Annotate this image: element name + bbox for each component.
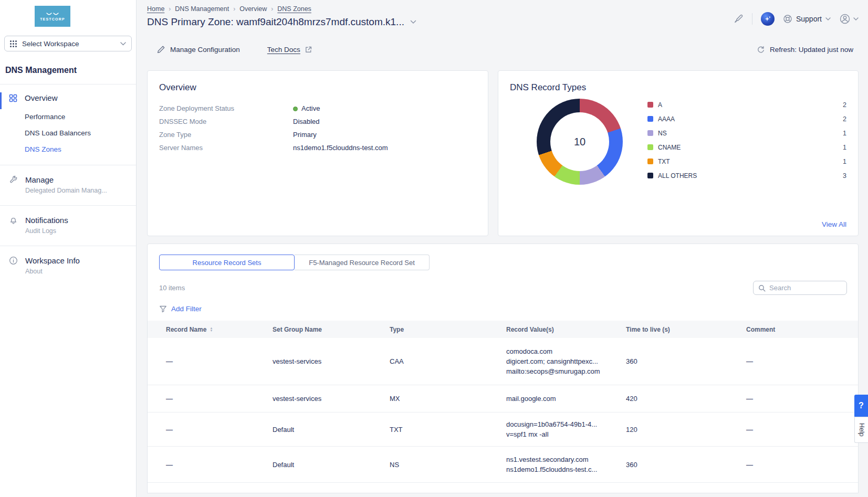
- items-count: 10 items: [159, 284, 185, 292]
- field-label: Server Names: [159, 143, 293, 153]
- breadcrumb-separator: ›: [233, 5, 235, 13]
- sidebar-item-workspace-info[interactable]: Workspace InfoAbout: [0, 256, 136, 275]
- sidebar-group-workspace-info: Workspace InfoAbout: [0, 246, 136, 284]
- breadcrumb-item-dns-zones[interactable]: DNS Zones: [277, 5, 311, 13]
- column-header-record-value-s-: Record Value(s): [506, 326, 626, 333]
- table-header: Record Name▲▼Set Group NameTypeRecord Va…: [148, 321, 858, 338]
- sidebar-item-notifications[interactable]: NotificationsAudit Logs: [0, 216, 136, 235]
- refresh-label: Refresh: Updated just now: [770, 46, 853, 54]
- record-value-line: docusign=1b0a6754-49b1-4...: [506, 419, 626, 429]
- main-content: Home›DNS Management›Overview›DNS Zones D…: [137, 0, 868, 497]
- add-filter-button[interactable]: Add Filter: [148, 305, 202, 313]
- sort-icon[interactable]: ▲▼: [210, 327, 213, 332]
- legend-swatch: [647, 144, 653, 150]
- sidebar-overview-subitems: PerformanceDNS Load BalancersDNS Zones: [0, 113, 136, 153]
- cell-ttl: 420: [626, 395, 746, 403]
- legend-count: 3: [843, 172, 846, 179]
- cell-comment: —: [746, 461, 858, 469]
- sidebar-item-dns-zones[interactable]: DNS Zones: [25, 145, 136, 153]
- manage-configuration-button[interactable]: Manage Configuration: [156, 45, 240, 54]
- cell-type: TXT: [390, 426, 506, 433]
- cell-ttl: 120: [626, 426, 746, 433]
- legend-swatch: [647, 173, 653, 178]
- workspace-selector-label: Select Workspace: [22, 40, 79, 48]
- zone-toolbar: Manage Configuration Tech Docs Refresh: …: [147, 45, 859, 54]
- legend-swatch: [647, 116, 653, 122]
- company-logo[interactable]: TESTCORP: [35, 6, 70, 27]
- help-question-button[interactable]: ?: [854, 395, 868, 417]
- cell-record-name: —: [166, 461, 273, 469]
- sidebar-item-performance[interactable]: Performance: [25, 113, 136, 121]
- search-input[interactable]: [769, 284, 842, 292]
- table-body: —vestest-servicesCAAcomodoca.comdigicert…: [148, 338, 858, 497]
- cell-set-group-name: vestest-services: [273, 357, 390, 365]
- legend-swatch: [647, 102, 653, 108]
- column-header-record-name[interactable]: Record Name▲▼: [166, 326, 273, 333]
- sidebar-item-dns-load-balancers[interactable]: DNS Load Balancers: [25, 129, 136, 137]
- column-header-label: Record Name: [166, 326, 206, 333]
- support-label: Support: [796, 15, 822, 23]
- overview-field: Zone Deployment StatusActive: [159, 103, 476, 114]
- field-value: ns1demo1.f5clouddns-test.com: [293, 143, 388, 153]
- table-row[interactable]: —DefaultAAAAdd4d:4444...300—: [148, 483, 858, 497]
- breadcrumb-item-dns-management[interactable]: DNS Management: [175, 5, 229, 13]
- funnel-icon: [159, 305, 167, 313]
- tab-resource-record-sets[interactable]: Resource Record Sets: [159, 255, 295, 270]
- refresh-button[interactable]: Refresh: Updated just now: [757, 46, 859, 54]
- cell-comment: —: [746, 357, 858, 365]
- title-chevron-down-icon[interactable]: [410, 20, 416, 24]
- legend-count: 1: [843, 130, 846, 137]
- support-menu[interactable]: Support: [783, 14, 831, 24]
- table-row[interactable]: —DefaultNSns1.vestest.secondary.comns1de…: [148, 447, 858, 483]
- bell-icon: [9, 216, 18, 225]
- sidebar-group-label: Manage: [25, 175, 107, 184]
- overview-card-title: Overview: [159, 82, 476, 93]
- pencil-icon: [156, 45, 165, 54]
- cell-set-group-name: Default: [273, 461, 390, 469]
- cell-type: NS: [390, 461, 506, 469]
- table-row[interactable]: —vestest-servicesMXmail.google.com420—: [148, 385, 858, 413]
- ai-assistant-button[interactable]: [761, 12, 775, 26]
- chart-legend: A2AAAA2NS1CNAME1TXT1ALL OTHERS3: [647, 98, 846, 183]
- sidebar-item-overview[interactable]: Overview: [0, 93, 136, 102]
- column-header-label: Record Value(s): [506, 326, 554, 333]
- sidebar: TESTCORP Select Workspace DNS Management…: [0, 0, 137, 497]
- paintbrush-icon[interactable]: [733, 14, 744, 24]
- breadcrumb-separator: ›: [271, 5, 273, 13]
- sidebar-group-subtitle: Delegated Domain Manag...: [25, 187, 107, 194]
- life-ring-icon: [783, 14, 792, 24]
- breadcrumb-item-home[interactable]: Home: [147, 5, 164, 13]
- info-icon: [9, 256, 18, 265]
- sidebar-item-label: Overview: [25, 93, 58, 102]
- column-header-label: Set Group Name: [273, 326, 322, 333]
- legend-count: 1: [843, 158, 846, 165]
- bird-wings-icon: [46, 12, 59, 17]
- legend-item: NS1: [647, 126, 846, 140]
- cell-set-group-name: vestest-services: [273, 395, 390, 403]
- legend-item: ALL OTHERS3: [647, 168, 846, 183]
- cell-ttl: 360: [626, 461, 746, 469]
- status-dot-icon: [293, 107, 298, 111]
- breadcrumb-item-overview[interactable]: Overview: [239, 5, 267, 13]
- user-circle-icon: [839, 13, 851, 25]
- cell-comment: —: [746, 395, 858, 403]
- chevron-down-icon: [120, 42, 126, 46]
- cell-record-values: mail.google.com: [506, 394, 626, 404]
- dns-record-types-card: DNS Record Types 10 A2AAAA2NS1CNAME1TXT1…: [498, 70, 859, 236]
- account-menu[interactable]: [839, 13, 859, 25]
- workspace-selector[interactable]: Select Workspace: [4, 36, 132, 51]
- sidebar-item-manage[interactable]: ManageDelegated Domain Manag...: [0, 175, 136, 194]
- summary-cards: Overview Zone Deployment StatusActiveDNS…: [147, 70, 859, 236]
- legend-label: CNAME: [658, 144, 681, 151]
- table-row[interactable]: —DefaultTXTdocusign=1b0a6754-49b1-4...v=…: [148, 413, 858, 447]
- help-tab[interactable]: Help: [854, 417, 868, 443]
- tab-f5-managed-resource-record-set[interactable]: F5-Managed Resource Record Set: [295, 255, 430, 270]
- tech-docs-link[interactable]: Tech Docs: [267, 46, 300, 54]
- table-row[interactable]: —vestest-servicesCAAcomodoca.comdigicert…: [148, 338, 858, 385]
- field-value: Active: [293, 103, 320, 114]
- view-all-link[interactable]: View All: [822, 220, 846, 228]
- record-value-line: mailto:secops@smurugap.com: [506, 366, 626, 376]
- chevron-down-icon: [825, 17, 831, 21]
- overview-field: DNSSEC ModeDisabled: [159, 117, 476, 127]
- donut-chart: 10: [537, 99, 623, 185]
